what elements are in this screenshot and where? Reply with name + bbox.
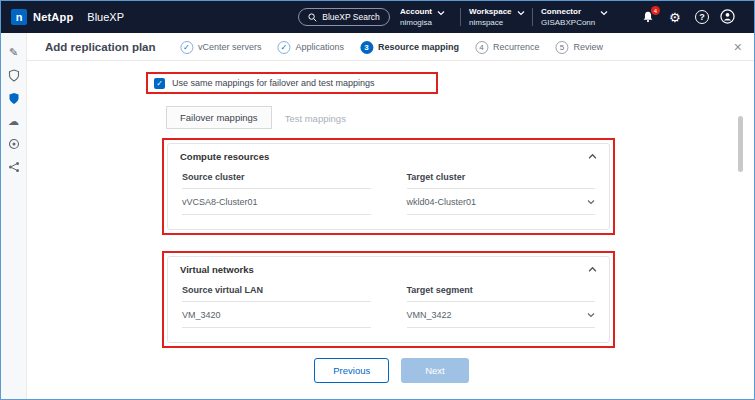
workspace-value: nimspace	[469, 17, 512, 28]
brand-product: BlueXP	[87, 11, 124, 23]
wizard-header: Add replication plan ✓ vCenter servers ✓…	[27, 33, 755, 61]
step-vcenter-servers[interactable]: ✓ vCenter servers	[180, 41, 262, 54]
page-title: Add replication plan	[45, 33, 156, 61]
left-nav-sidebar: ✎ ☁	[1, 33, 27, 400]
connector-menu[interactable]: Connector GISABXPConn	[541, 6, 608, 28]
step-label: Resource mapping	[378, 42, 459, 52]
target-icon[interactable]	[7, 137, 21, 151]
account-menu[interactable]: Account nimogisa	[400, 6, 445, 28]
target-cluster-column: Target cluster wkld04-Cluster01	[407, 168, 596, 215]
annotation-box: Compute resources Source cluster vVCSA8-…	[162, 138, 615, 235]
chevron-down-icon	[517, 9, 525, 17]
close-icon[interactable]: ×	[734, 33, 742, 61]
step-number: 3	[360, 41, 373, 54]
workspace-label: Workspace	[469, 6, 512, 17]
scrollbar[interactable]	[738, 116, 743, 172]
panel-title: Compute resources	[180, 151, 269, 162]
step-number: 5	[556, 41, 569, 54]
brand: n NetApp BlueXP	[11, 1, 124, 33]
chevron-down-icon	[437, 9, 445, 17]
value-text: VMN_3422	[407, 310, 452, 320]
column-header: Target cluster	[407, 168, 596, 189]
wizard-steps: ✓ vCenter servers ✓ Applications 3 Resou…	[180, 33, 603, 61]
netapp-logo-icon: n	[11, 9, 27, 25]
annotation-box: Virtual networks Source virtual LAN VM_3…	[162, 251, 615, 348]
column-header: Source cluster	[182, 168, 371, 189]
panel-header[interactable]: Virtual networks	[168, 257, 609, 279]
column-header: Target segment	[407, 281, 596, 302]
panel-header[interactable]: Compute resources	[168, 144, 609, 166]
step-label: Review	[574, 42, 604, 52]
value-text: vVCSA8-Cluster01	[182, 197, 258, 207]
chevron-up-icon[interactable]	[588, 152, 597, 161]
settings-gear-icon[interactable]: ⚙	[669, 1, 681, 33]
column-header: Source virtual LAN	[182, 281, 371, 302]
mapping-tabs: Failover mappings Test mappings	[166, 106, 359, 129]
share-icon[interactable]	[7, 160, 21, 174]
divider	[532, 8, 533, 26]
step-review[interactable]: 5 Review	[556, 41, 604, 54]
same-mappings-checkbox[interactable]: ✓	[154, 78, 165, 89]
source-cluster-column: Source cluster vVCSA8-Cluster01	[182, 168, 371, 215]
virtual-networks-panel: Virtual networks Source virtual LAN VM_3…	[167, 256, 610, 343]
target-cluster-select[interactable]: wkld04-Cluster01	[407, 189, 596, 215]
connector-value: GISABXPConn	[541, 17, 595, 28]
target-segment-select[interactable]: VMN_3422	[407, 302, 596, 328]
chevron-down-icon	[600, 9, 608, 17]
annotation-box: ✓ Use same mappings for failover and tes…	[146, 72, 438, 94]
main-content: ✓ Use same mappings for failover and tes…	[27, 61, 755, 400]
next-button[interactable]: Next	[401, 358, 469, 383]
search-icon	[308, 13, 317, 22]
shield-icon[interactable]	[7, 68, 21, 82]
same-mappings-label: Use same mappings for failover and test …	[172, 78, 375, 88]
compute-resources-panel: Compute resources Source cluster vVCSA8-…	[167, 143, 610, 230]
panel-title: Virtual networks	[180, 264, 254, 275]
tab-test-mappings[interactable]: Test mappings	[272, 108, 359, 129]
value-text: VM_3420	[182, 310, 221, 320]
chevron-up-icon[interactable]	[588, 265, 597, 274]
step-resource-mapping[interactable]: 3 Resource mapping	[360, 41, 459, 54]
source-vlan-value: VM_3420	[182, 302, 371, 328]
cloud-icon[interactable]: ☁	[7, 114, 21, 128]
previous-button[interactable]: Previous	[314, 358, 389, 383]
step-applications[interactable]: ✓ Applications	[277, 41, 344, 54]
chevron-down-icon	[587, 198, 595, 206]
search-label: BlueXP Search	[322, 12, 380, 22]
divider	[460, 8, 461, 26]
step-recurrence[interactable]: 4 Recurrence	[475, 41, 540, 54]
edit-icon[interactable]: ✎	[7, 45, 21, 59]
target-segment-column: Target segment VMN_3422	[407, 281, 596, 328]
help-icon[interactable]: ?	[695, 10, 709, 24]
wizard-footer: Previous Next	[27, 358, 755, 383]
tab-failover-mappings[interactable]: Failover mappings	[166, 106, 272, 129]
step-number: 4	[475, 41, 488, 54]
protection-shield-icon[interactable]	[7, 91, 21, 105]
account-label: Account	[400, 6, 432, 17]
user-avatar-icon[interactable]	[720, 9, 735, 24]
brand-name: NetApp	[33, 11, 73, 23]
step-label: Applications	[295, 42, 344, 52]
source-cluster-value: vVCSA8-Cluster01	[182, 189, 371, 215]
notifications-badge: 4	[651, 6, 660, 15]
top-bar: n NetApp BlueXP BlueXP Search Account ni…	[1, 1, 755, 33]
step-label: Recurrence	[493, 42, 540, 52]
source-vlan-column: Source virtual LAN VM_3420	[182, 281, 371, 328]
step-check-icon: ✓	[277, 41, 290, 54]
chevron-down-icon	[587, 311, 595, 319]
step-check-icon: ✓	[180, 41, 193, 54]
connector-label: Connector	[541, 6, 595, 17]
workspace-menu[interactable]: Workspace nimspace	[469, 6, 525, 28]
step-label: vCenter servers	[198, 42, 262, 52]
account-value: nimogisa	[400, 17, 432, 28]
bluexp-search-button[interactable]: BlueXP Search	[298, 8, 390, 26]
bluexp-window: n NetApp BlueXP BlueXP Search Account ni…	[0, 0, 755, 400]
value-text: wkld04-Cluster01	[407, 197, 477, 207]
